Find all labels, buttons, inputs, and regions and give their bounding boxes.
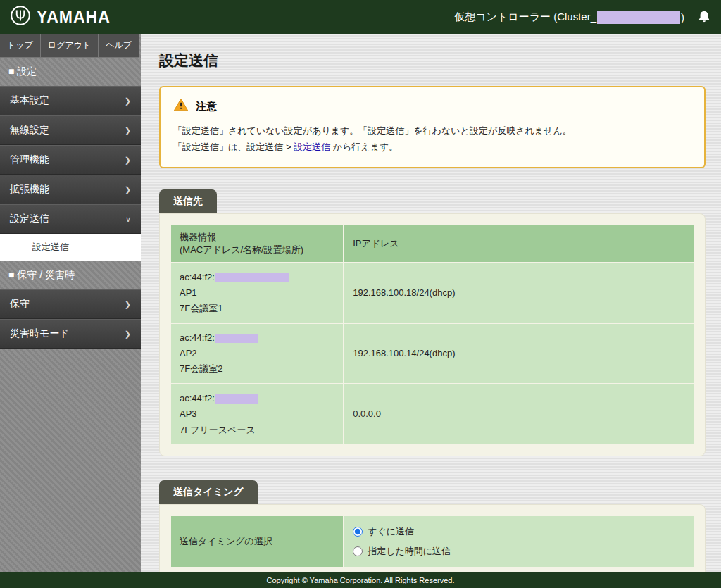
sidebar-top-tabs: トップ ログアウト ヘルプ — [0, 34, 141, 58]
ip-cell: 0.0.0.0 — [344, 384, 694, 444]
page-title: 設定送信 — [159, 51, 706, 70]
sidebar-section-settings: ■ 設定 — [0, 58, 141, 86]
destination-table: 機器情報 (MACアドレス/名称/設置場所) IPアドレス ac:44:f2: … — [170, 224, 695, 446]
timing-row-label: 送信タイミングの選択 — [171, 516, 343, 567]
redacted-cluster-name — [597, 11, 680, 24]
ip-cell: 192.168.100.18/24(dhcp) — [344, 263, 694, 323]
send-now-radio[interactable] — [353, 527, 363, 537]
chevron-down-icon: ∨ — [125, 215, 131, 224]
config-send-link[interactable]: 設定送信 — [294, 142, 330, 152]
notification-bell-icon[interactable] — [697, 10, 711, 24]
device-info-cell: ac:44:f2: AP3 7Fフリースペース — [171, 384, 343, 444]
footer: Copyright © Yamaha Corporation. All Righ… — [0, 572, 721, 588]
chevron-right-icon: ❯ — [125, 330, 131, 339]
table-row: ac:44:f2: AP3 7Fフリースペース 0.0.0.0 — [171, 384, 694, 444]
yamaha-logo: YAMAHA — [10, 5, 111, 29]
yamaha-tuning-fork-icon — [10, 5, 31, 29]
warning-notice: 注意 「設定送信」されていない設定があります。「設定送信」を行わないと設定が反映… — [159, 86, 706, 168]
top-header: YAMAHA 仮想コントローラー (Cluster_) — [0, 0, 721, 34]
controller-title: 仮想コントローラー (Cluster_) — [454, 11, 684, 24]
notice-line-2: 「設定送信」は、設定送信 > 設定送信 から行えます。 — [173, 139, 691, 155]
send-scheduled-radio[interactable] — [353, 546, 363, 556]
sidebar-item-basic-settings[interactable]: 基本設定 ❯ — [0, 86, 141, 115]
timing-section: 送信タイミング 送信タイミングの選択 すぐに送信 — [159, 480, 706, 572]
table-row: ac:44:f2: AP2 7F会議室2 192.168.100.14/24(d… — [171, 324, 694, 383]
chevron-right-icon: ❯ — [125, 300, 131, 309]
timing-section-label: 送信タイミング — [159, 480, 258, 504]
redacted-mac — [215, 273, 289, 282]
sidebar-item-disaster-mode[interactable]: 災害時モード ❯ — [0, 319, 141, 349]
main-content: 設定送信 注意 「設定送信」されていない設定があります。「設定送信」を行わないと… — [141, 34, 721, 572]
ip-cell: 192.168.100.14/24(dhcp) — [344, 324, 694, 383]
warning-triangle-icon — [173, 97, 189, 115]
chevron-right-icon: ❯ — [125, 96, 131, 106]
timing-options-cell: すぐに送信 指定した時間に送信 — [344, 516, 694, 567]
radio-option-send-scheduled[interactable]: 指定した時間に送信 — [353, 542, 685, 561]
radio-option-send-now[interactable]: すぐに送信 — [353, 522, 685, 542]
sidebar-item-config-send[interactable]: 設定送信 ∨ — [0, 204, 141, 234]
sidebar-item-wireless-settings[interactable]: 無線設定 ❯ — [0, 115, 141, 145]
app-window: YAMAHA 仮想コントローラー (Cluster_) トップ ログアウト ヘル… — [0, 0, 721, 588]
brand-text: YAMAHA — [37, 8, 111, 27]
device-info-cell: ac:44:f2: AP2 7F会議室2 — [171, 324, 343, 383]
sidebar-section-maintenance: ■ 保守 / 災害時 — [0, 261, 141, 289]
destination-section-label: 送信先 — [159, 189, 217, 213]
sidebar-item-extended[interactable]: 拡張機能 ❯ — [0, 175, 141, 204]
timing-table: 送信タイミングの選択 すぐに送信 指定した時間に送信 — [170, 515, 695, 568]
copyright-text: Copyright © Yamaha Corporation. All Righ… — [267, 576, 455, 584]
chevron-right-icon: ❯ — [125, 156, 131, 165]
column-header-ip: IPアドレス — [344, 225, 694, 262]
notice-line-1: 「設定送信」されていない設定があります。「設定送信」を行わないと設定が反映されま… — [173, 123, 691, 139]
device-info-cell: ac:44:f2: AP1 7F会議室1 — [171, 263, 343, 323]
sidebar-subitem-config-send[interactable]: 設定送信 — [0, 234, 141, 261]
redacted-mac — [215, 394, 258, 404]
chevron-right-icon: ❯ — [125, 126, 131, 135]
tab-top[interactable]: トップ — [0, 34, 41, 58]
table-row: ac:44:f2: AP1 7F会議室1 192.168.100.18/24(d… — [171, 263, 694, 323]
table-header-row: 機器情報 (MACアドレス/名称/設置場所) IPアドレス — [171, 225, 694, 262]
sidebar-item-management[interactable]: 管理機能 ❯ — [0, 145, 141, 175]
notice-title: 注意 — [196, 100, 217, 113]
redacted-mac — [215, 334, 258, 343]
tab-help[interactable]: ヘルプ — [99, 34, 139, 58]
chevron-right-icon: ❯ — [125, 185, 131, 194]
sidebar-item-maintenance[interactable]: 保守 ❯ — [0, 289, 141, 319]
destination-section: 送信先 機器情報 (MACアドレス/名称/設置場所) IPアドレス — [159, 189, 706, 456]
sidebar: トップ ログアウト ヘルプ ■ 設定 基本設定 ❯ 無線設定 ❯ 管理機能 ❯ … — [0, 34, 141, 572]
tab-logout[interactable]: ログアウト — [41, 34, 99, 58]
column-header-device-info: 機器情報 (MACアドレス/名称/設置場所) — [171, 225, 343, 262]
